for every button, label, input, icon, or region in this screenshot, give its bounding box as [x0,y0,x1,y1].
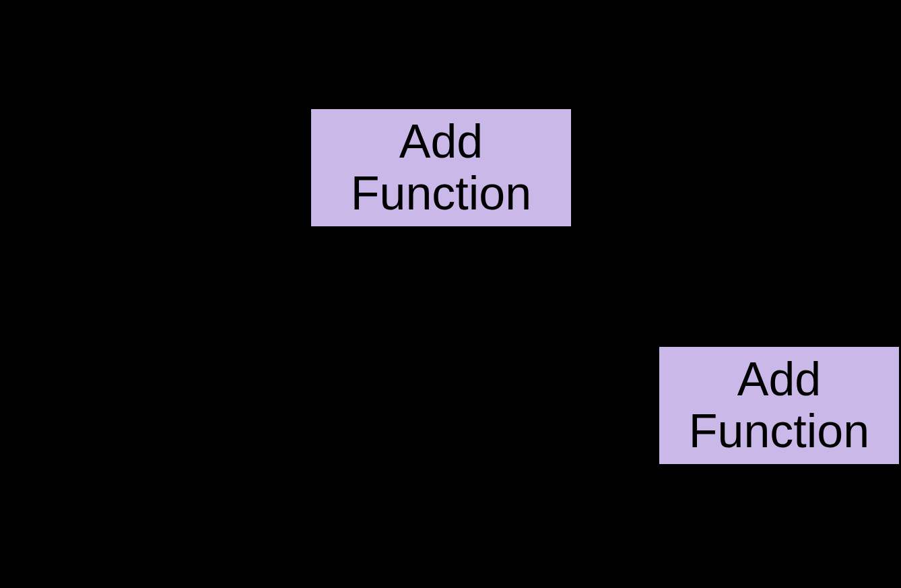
node-label-line2: Function [689,405,869,457]
node-label-line1: Add [399,116,483,168]
add-function-node-2[interactable]: Add Function [658,346,900,465]
add-function-node-1[interactable]: Add Function [310,108,572,228]
node-label-line1: Add [737,354,822,405]
node-label-line2: Function [351,168,531,220]
